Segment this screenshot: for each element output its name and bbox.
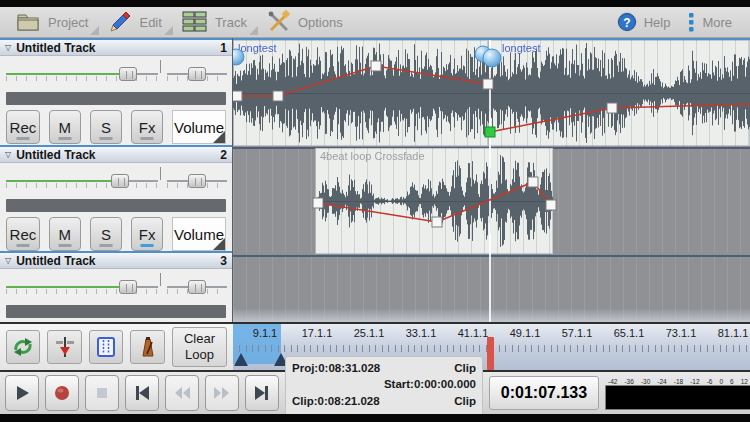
- fast-forward-icon: [212, 384, 232, 402]
- track-grid-icon: [182, 10, 208, 34]
- skip-to-start-button[interactable]: [125, 375, 159, 411]
- collapse-track-icon[interactable]: ▽: [5, 150, 11, 159]
- track-2-solo-button[interactable]: S: [90, 217, 122, 251]
- mute-label: M: [59, 226, 72, 243]
- help-label: Help: [644, 15, 671, 30]
- play-button[interactable]: [5, 375, 39, 411]
- fx-indicator: [141, 137, 154, 140]
- track-1-rec-button[interactable]: Rec: [6, 110, 40, 144]
- collapse-track-icon[interactable]: ▽: [5, 256, 11, 265]
- help-button[interactable]: ? Help: [608, 11, 679, 33]
- record-button[interactable]: [45, 375, 79, 411]
- pan-slider-thumb[interactable]: [188, 174, 206, 188]
- loop-start-marker[interactable]: [234, 353, 248, 366]
- transport-bar: Proj:0:08:31.028 Clip Start:0:00:00.000 …: [0, 372, 750, 414]
- grid-editor-button[interactable]: [89, 330, 123, 364]
- collapse-track-icon[interactable]: ▽: [5, 43, 11, 52]
- track-menu-button[interactable]: Track: [176, 7, 261, 37]
- track-1-header[interactable]: ▽ Untitled Track 1: [0, 40, 232, 56]
- skip-to-end-button[interactable]: [245, 375, 279, 411]
- fx-indicator-active: [141, 244, 154, 247]
- mute-indicator: [58, 244, 71, 247]
- track-2-mute-button[interactable]: M: [49, 217, 81, 251]
- ruler-ticks: [239, 345, 750, 352]
- rec-indicator: [16, 244, 29, 247]
- track-3-pan-slider[interactable]: [167, 280, 227, 295]
- volume-slider-thumb[interactable]: [111, 174, 129, 188]
- envelope-point-selected[interactable]: [485, 127, 495, 137]
- track-1-sliders: [0, 58, 232, 90]
- envelope-point[interactable]: [546, 200, 556, 210]
- arrangement-area[interactable]: longtest longtest 4beat loop Crossfade: [233, 38, 750, 322]
- track-2-fx-button[interactable]: Fx: [131, 217, 163, 251]
- record-icon: [53, 384, 71, 402]
- clip-edge-handle[interactable]: [483, 49, 501, 67]
- track-3-header[interactable]: ▽ Untitled Track 3: [0, 253, 232, 269]
- rewind-button[interactable]: [165, 375, 199, 411]
- ruler-playhead[interactable]: [487, 337, 494, 370]
- envelope-line-clip3[interactable]: [318, 182, 551, 222]
- punch-in-out-button[interactable]: [47, 330, 81, 364]
- track-2-level-meter: [6, 199, 226, 212]
- time-info-panel: Proj:0:08:31.028 Clip Start:0:00:00.000 …: [285, 356, 483, 422]
- meter-tick-label: -12: [690, 378, 699, 385]
- rec-label: Rec: [10, 226, 37, 243]
- clear-loop-button[interactable]: Clear Loop: [172, 327, 227, 367]
- envelope-point[interactable]: [313, 198, 323, 208]
- fx-label: Fx: [139, 226, 156, 243]
- track-1-solo-button[interactable]: S: [90, 110, 122, 144]
- track-1-volume-slider[interactable]: [6, 67, 158, 82]
- envelope-point[interactable]: [432, 217, 442, 227]
- proj-time: Proj:0:08:31.028: [292, 360, 380, 393]
- track-2-param-select[interactable]: Volume: [172, 217, 226, 251]
- track-control-panel-list: ▽ Untitled Track 1: [0, 38, 233, 322]
- envelope-line-clip2[interactable]: [490, 104, 750, 132]
- more-label: More: [702, 15, 732, 30]
- track-2-pan-slider[interactable]: [167, 174, 227, 189]
- meter-tick-label: -42: [608, 378, 617, 385]
- envelope-point[interactable]: [371, 61, 381, 71]
- envelope-point[interactable]: [233, 91, 242, 101]
- clip-edge-handle[interactable]: [233, 49, 244, 65]
- more-button[interactable]: More: [678, 11, 740, 33]
- track-1-fx-button[interactable]: Fx: [131, 110, 163, 144]
- slider-fill: [6, 73, 128, 75]
- select-corner-icon: [213, 131, 225, 143]
- track-1-mute-button[interactable]: M: [49, 110, 81, 144]
- slider-ticks: [6, 183, 158, 188]
- ruler-label: 57.1.1: [555, 327, 599, 339]
- meter-tick-label: -18: [674, 378, 683, 385]
- track-1-param-select[interactable]: Volume: [172, 110, 226, 144]
- stop-button[interactable]: [85, 375, 119, 411]
- volume-slider-thumb[interactable]: [119, 280, 137, 294]
- pan-slider-thumb[interactable]: [188, 280, 206, 294]
- project-menu-button[interactable]: Project: [10, 7, 102, 37]
- options-menu-button[interactable]: Options: [261, 7, 357, 37]
- mute-label: M: [59, 119, 72, 136]
- folder-icon: [16, 12, 41, 32]
- track-panel-1: ▽ Untitled Track 1: [0, 38, 232, 145]
- edit-menu-button[interactable]: Edit: [102, 7, 175, 37]
- track-label: Track: [215, 15, 247, 30]
- envelope-point[interactable]: [528, 177, 538, 187]
- track-2-header[interactable]: ▽ Untitled Track 2: [0, 147, 232, 163]
- loop-mode-button[interactable]: [6, 330, 40, 364]
- envelope-point[interactable]: [483, 79, 493, 89]
- track-3-name: Untitled Track: [16, 254, 220, 268]
- punch-marker-icon: [53, 335, 77, 359]
- fast-forward-button[interactable]: [205, 375, 239, 411]
- pan-slider-thumb[interactable]: [188, 67, 206, 81]
- ruler-label: 65.1.1: [607, 327, 651, 339]
- metronome-icon: [136, 335, 160, 359]
- volume-slider-thumb[interactable]: [119, 67, 137, 81]
- utility-bar: Clear Loop: [0, 322, 233, 372]
- skip-end-icon: [253, 384, 271, 402]
- envelope-point[interactable]: [607, 103, 617, 113]
- metronome-button[interactable]: [130, 330, 164, 364]
- track-2-rec-button[interactable]: Rec: [6, 217, 40, 251]
- track-2-volume-slider[interactable]: [6, 174, 158, 189]
- track-1-pan-slider[interactable]: [167, 67, 227, 82]
- clear-loop-label: Clear Loop: [173, 331, 226, 362]
- track-3-volume-slider[interactable]: [6, 280, 158, 295]
- envelope-point[interactable]: [273, 91, 283, 101]
